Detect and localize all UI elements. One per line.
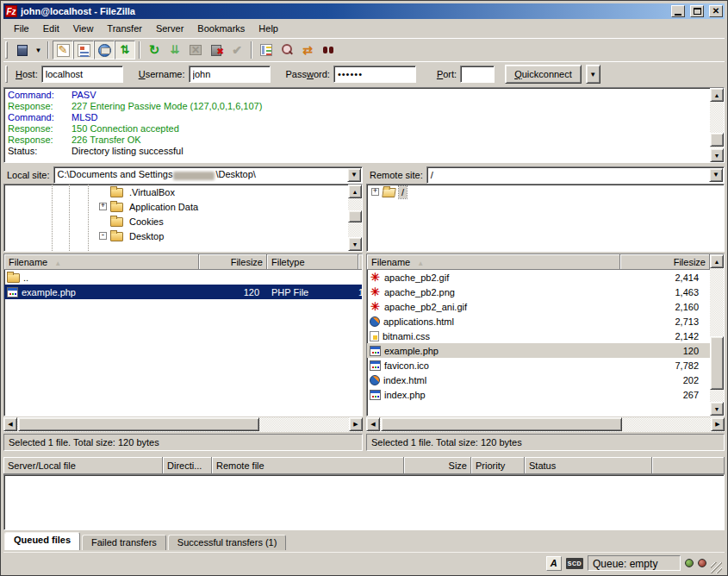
file-row[interactable]: index.html 202 — [367, 373, 710, 387]
tree-item-virtualbox[interactable]: .VirtualBox — [4, 185, 362, 199]
file-row-example-php[interactable]: example.php 120 — [367, 343, 710, 358]
remote-site-dropdown-button[interactable]: ▼ — [709, 168, 723, 182]
column-filename[interactable]: Filename — [367, 254, 620, 270]
column-remote-file[interactable]: Remote file — [212, 457, 404, 474]
data-type-indicator-icon[interactable]: A — [546, 556, 562, 571]
site-manager-dropdown-button[interactable]: ▼ — [33, 41, 44, 59]
file-row[interactable]: index.php 267 — [367, 387, 710, 402]
directory-comparison-button[interactable] — [277, 41, 297, 59]
tree-item-application-data[interactable]: + Application Data — [4, 199, 362, 214]
menu-edit[interactable]: Edit — [36, 21, 66, 36]
password-input[interactable] — [333, 66, 416, 83]
local-directory-tree[interactable]: .VirtualBox + Application Data Cookies -… — [3, 184, 363, 252]
file-row[interactable]: apache_pb2_ani.gif 2,160 — [367, 299, 710, 314]
disconnect-button[interactable] — [206, 41, 227, 59]
remote-site-combo[interactable]: / ▼ — [426, 166, 725, 184]
column-size[interactable]: Size — [404, 457, 471, 474]
file-row[interactable]: applications.html 2,713 — [367, 314, 710, 329]
message-log[interactable]: Command:PASV Response:227 Entering Passi… — [3, 87, 725, 163]
column-filetype[interactable]: Filetype — [267, 254, 358, 270]
scroll-up-button[interactable]: ▲ — [710, 254, 724, 268]
sort-asc-icon — [410, 257, 424, 267]
toggle-local-tree-button[interactable] — [73, 41, 94, 59]
find-files-button[interactable] — [318, 41, 339, 59]
tab-queued-files[interactable]: Queued files — [4, 532, 80, 550]
toggle-transfer-queue-button[interactable]: ⇅ — [115, 41, 135, 59]
collapse-icon[interactable]: - — [99, 232, 107, 240]
toolbar-grip[interactable] — [5, 41, 8, 59]
column-filename[interactable]: Filename — [4, 254, 199, 270]
toggle-message-log-button[interactable]: ✎ — [53, 41, 73, 59]
tree-item-desktop[interactable]: - Desktop — [4, 229, 362, 243]
site-manager-button[interactable] — [12, 41, 33, 59]
host-input[interactable] — [41, 66, 123, 83]
log-scrollbar[interactable]: ▲ ▼ — [710, 88, 724, 162]
scroll-down-button[interactable]: ▼ — [348, 237, 362, 251]
column-priority[interactable]: Priority — [471, 457, 525, 474]
port-input[interactable] — [460, 66, 495, 83]
css-file-icon — [370, 331, 379, 341]
column-filesize[interactable]: Filesize — [620, 254, 710, 270]
username-input[interactable] — [189, 66, 271, 83]
remote-list-scrollbar[interactable]: ▲ ▼ — [710, 254, 724, 416]
tree-item-cookies[interactable]: Cookies — [4, 214, 362, 229]
file-row[interactable]: apache_pb2.png 1,463 — [367, 285, 710, 299]
scroll-down-button[interactable]: ▼ — [710, 148, 724, 162]
expand-icon[interactable]: + — [99, 203, 107, 210]
scroll-up-button[interactable]: ▲ — [348, 185, 362, 198]
minimize-button[interactable] — [671, 5, 685, 17]
menu-help[interactable]: Help — [252, 21, 285, 36]
column-last-modified[interactable]: L — [358, 254, 363, 270]
remote-directory-tree[interactable]: + / — [366, 184, 725, 252]
filename-filters-button[interactable] — [256, 41, 277, 59]
menu-view[interactable]: View — [66, 21, 101, 36]
scroll-right-button[interactable]: ▶ — [349, 417, 363, 431]
column-status[interactable]: Status — [525, 457, 652, 474]
quickconnect-button[interactable]: Quickconnect — [505, 65, 582, 84]
scrollbar-thumb[interactable] — [381, 417, 622, 431]
column-server-local-file[interactable]: Server/Local file — [3, 457, 163, 474]
scrollbar-thumb[interactable] — [18, 417, 259, 431]
quickconnect-dropdown-button[interactable]: ▼ — [586, 65, 600, 84]
scroll-up-button[interactable]: ▲ — [710, 88, 724, 102]
tree-item-root[interactable]: + / — [367, 185, 724, 199]
file-row[interactable]: apache_pb2.gif 2,414 — [367, 270, 710, 285]
tab-failed-transfers[interactable]: Failed transfers — [82, 535, 166, 550]
file-row[interactable]: favicon.ico 7,782 — [367, 358, 710, 373]
transfer-queue-list[interactable] — [3, 474, 725, 530]
synchronized-browsing-button[interactable]: ⇄ — [297, 41, 318, 59]
menu-file[interactable]: File — [7, 21, 36, 36]
menu-bookmarks[interactable]: Bookmarks — [190, 21, 252, 36]
scroll-left-button[interactable]: ◀ — [366, 417, 380, 431]
local-site-dropdown-button[interactable]: ▼ — [347, 168, 361, 182]
local-file-list[interactable]: Filename Filesize Filetype L .. example.… — [3, 254, 363, 416]
maximize-button[interactable] — [690, 5, 704, 17]
scroll-right-button[interactable]: ▶ — [711, 417, 725, 431]
close-button[interactable]: ✕ — [709, 5, 723, 17]
menu-server[interactable]: Server — [149, 21, 190, 36]
scroll-left-button[interactable]: ◀ — [3, 417, 17, 431]
local-tree-scrollbar[interactable]: ▲ ▼ — [348, 185, 362, 251]
expand-icon[interactable]: + — [371, 188, 379, 196]
file-row-example-php[interactable]: example.php 120 PHP File 1 — [4, 285, 362, 299]
scrollbar-thumb[interactable] — [710, 336, 724, 390]
column-direction[interactable]: Directi... — [163, 457, 212, 474]
file-row[interactable]: bitnami.css 2,142 — [367, 329, 710, 343]
file-row-parent-dir[interactable]: .. — [4, 270, 362, 285]
quickconnect-grip[interactable] — [5, 66, 8, 83]
menu-transfer[interactable]: Transfer — [100, 21, 149, 36]
toggle-remote-tree-button[interactable] — [94, 41, 115, 59]
resize-grip[interactable] — [711, 562, 722, 573]
scrollbar-thumb[interactable] — [710, 133, 724, 147]
remote-file-list[interactable]: Filename Filesize apache_pb2.gif 2,414 a… — [366, 254, 725, 416]
local-site-combo[interactable]: C:\Documents and Settings\Desktop\ ▼ — [53, 166, 363, 184]
tab-successful-transfers[interactable]: Successful transfers (1) — [168, 535, 287, 550]
column-filesize[interactable]: Filesize — [199, 254, 267, 270]
refresh-button[interactable]: ↻ — [144, 41, 165, 59]
process-queue-button[interactable]: ⇊ — [165, 41, 185, 59]
scrollbar-thumb[interactable] — [348, 210, 362, 222]
local-list-hscrollbar[interactable]: ◀ ▶ — [3, 417, 363, 432]
scroll-down-button[interactable]: ▼ — [710, 402, 724, 416]
remote-list-hscrollbar[interactable]: ◀ ▶ — [366, 417, 725, 432]
speed-limits-icon[interactable]: SCD — [566, 558, 583, 569]
